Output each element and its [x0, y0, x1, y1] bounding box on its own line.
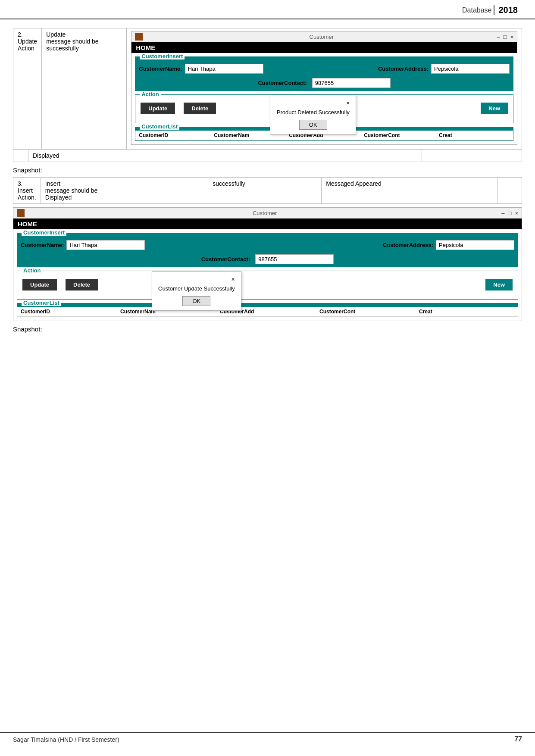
- maximize-btn2[interactable]: □: [508, 210, 512, 216]
- step3-action: Insert: [18, 187, 33, 194]
- snapshot1-label: Snapshot:: [13, 166, 522, 174]
- new-button[interactable]: New: [481, 103, 508, 114]
- list-header2: CustomerID CustomerNam CustomerAdd Custo…: [17, 307, 518, 317]
- step3-table: 3. Insert Action. Insert message should …: [13, 177, 522, 204]
- snapshot-cell: Customer – □ × HOME CustomerInsert: [127, 28, 522, 150]
- empty-cell2: [497, 178, 522, 204]
- dialog-message2: Customer Update Successfully: [158, 285, 235, 292]
- action-panel: Action Update Delete × Product Deleted S…: [135, 94, 513, 123]
- window2: Customer – □ × HOME CustomerInsert Custo…: [13, 207, 522, 321]
- table-row: 2. Update Action Update message should b…: [13, 28, 522, 150]
- page-footer: Sagar Timalsina (HND / First Semester) 7…: [0, 732, 535, 743]
- action-panel2: Action Update Delete × Customer Update S…: [17, 271, 518, 300]
- home-nav2[interactable]: HOME: [13, 219, 522, 229]
- step3-desc3: should: [72, 187, 89, 194]
- ccontact-label: CustomerContact:: [258, 80, 307, 86]
- update-button[interactable]: Update: [141, 103, 175, 114]
- dialog-box2: × Customer Update Successfully OK: [152, 271, 241, 311]
- step2-desc-row: Displayed: [13, 150, 522, 162]
- window2-titlebar: Customer – □ ×: [13, 208, 522, 219]
- customer-insert-title: CustomerInsert: [140, 53, 185, 59]
- dialog-close-btn[interactable]: ×: [346, 100, 350, 106]
- step3-desc6: Displayed: [45, 194, 72, 201]
- col-customerid: CustomerID: [139, 132, 210, 138]
- desc3: should: [72, 38, 90, 45]
- cname-input[interactable]: [185, 64, 263, 74]
- desc5: successfully: [46, 45, 78, 52]
- new-button2[interactable]: New: [485, 279, 513, 291]
- col-creat: Creat: [439, 132, 510, 138]
- cname-label: CustomerName:: [139, 66, 182, 72]
- step3-desc1: Insert: [45, 180, 60, 187]
- step-sub-action: Action: [18, 45, 34, 52]
- database-label: Database: [462, 6, 492, 14]
- dialog-close-btn2[interactable]: ×: [232, 276, 235, 283]
- dialog-header2: ×: [158, 276, 235, 283]
- close-btn2[interactable]: ×: [515, 210, 518, 216]
- page-number: 77: [514, 733, 522, 743]
- customer-insert-title2: CustomerInsert: [22, 229, 66, 236]
- col-creat2: Creat: [419, 309, 514, 315]
- messaged-appeared: Messaged Appeared: [326, 180, 381, 187]
- page-header: Database 2018: [0, 0, 535, 19]
- caddress-input[interactable]: [431, 64, 510, 74]
- window1-controls[interactable]: – □ ×: [497, 34, 513, 40]
- dialog-message: Product Deleted Successfully: [276, 109, 350, 116]
- delete-button[interactable]: Delete: [184, 103, 216, 114]
- window1: Customer – □ × HOME CustomerInsert: [131, 31, 517, 145]
- step3-row: 3. Insert Action. Insert message should …: [13, 178, 522, 204]
- home-label2: HOME: [18, 220, 37, 228]
- close-btn[interactable]: ×: [510, 34, 513, 40]
- action-row: Update Delete × Product Deleted Successf…: [141, 99, 508, 118]
- empty-cell: [13, 150, 28, 162]
- step3-sub: Action.: [18, 194, 36, 201]
- cname-label2: CustomerName:: [21, 242, 64, 248]
- teal-bar2: [17, 303, 518, 307]
- minimize-btn2[interactable]: –: [501, 210, 504, 216]
- author-name: Sagar Timalsina (HND / First Semester): [13, 734, 119, 743]
- caddress-input2[interactable]: [436, 240, 514, 250]
- desc1: Update: [46, 31, 66, 38]
- step2-desc-table: Displayed: [13, 149, 522, 162]
- step-description-cell: Update message should be successfully: [42, 28, 127, 150]
- minimize-btn[interactable]: –: [497, 34, 500, 40]
- customer-list-title2: CustomerList: [22, 300, 61, 306]
- delete-button2[interactable]: Delete: [66, 279, 98, 291]
- maximize-btn[interactable]: □: [504, 34, 507, 40]
- ccontact-input[interactable]: [312, 78, 391, 88]
- desc2: message: [46, 38, 71, 45]
- step2-cont-cell: Displayed: [28, 150, 422, 162]
- ccontact-input2[interactable]: [255, 254, 334, 264]
- step-number: 2.: [18, 31, 23, 38]
- customer-insert-panel: CustomerInsert CustomerName: CustomerAdd…: [135, 56, 513, 91]
- ccontact-label2: CustomerContact:: [201, 256, 250, 262]
- col-customercont2: CustomerCont: [319, 309, 415, 315]
- caddress-label2: CustomerAddress:: [383, 242, 433, 248]
- action-title: Action: [140, 91, 160, 97]
- home-nav[interactable]: HOME: [131, 42, 517, 53]
- dialog-ok-btn2[interactable]: OK: [182, 296, 210, 306]
- window2-title: Customer: [28, 210, 501, 216]
- customer-list-panel2: CustomerList CustomerID CustomerNam Cust…: [17, 303, 518, 317]
- step3-num-cell: 3. Insert Action.: [13, 178, 41, 204]
- messaged-cell: Messaged Appeared: [322, 178, 497, 204]
- step3-desc4: be: [91, 187, 98, 194]
- cname-input2[interactable]: [66, 240, 145, 250]
- step3-desc5-cell: successfully: [208, 178, 322, 204]
- action-row2: Update Delete × Customer Update Successf…: [22, 275, 513, 294]
- customer-insert-panel2: CustomerInsert CustomerName: CustomerAdd…: [17, 233, 518, 267]
- customer-list-title: CustomerList: [140, 123, 179, 130]
- dialog-box: × Product Deleted Successfully OK: [270, 95, 356, 134]
- step3-desc-cell: Insert message should be Displayed: [41, 178, 208, 204]
- step3-desc5: successfully: [213, 180, 245, 187]
- dialog-ok-btn[interactable]: OK: [299, 120, 327, 130]
- window1-title: Customer: [146, 34, 497, 40]
- app-icon: [135, 33, 143, 41]
- snapshot2-label: Snapshot:: [13, 325, 522, 333]
- window1-titlebar: Customer – □ ×: [131, 31, 517, 42]
- app-icon2: [17, 209, 25, 217]
- step3-number: 3.: [18, 180, 23, 187]
- window2-controls[interactable]: – □ ×: [501, 210, 518, 216]
- update-button2[interactable]: Update: [22, 279, 57, 291]
- year-label: 2018: [494, 5, 518, 15]
